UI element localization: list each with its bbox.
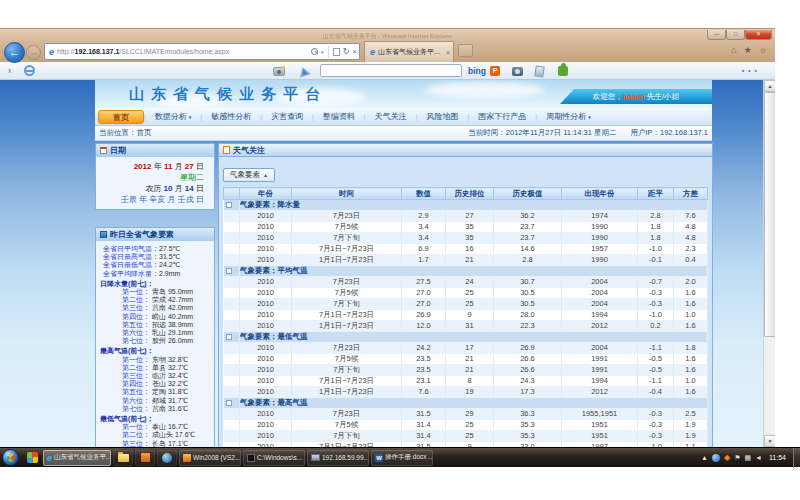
bing-logo[interactable]: bing bbox=[468, 66, 486, 76]
mediablue-icon bbox=[162, 453, 172, 463]
window-title: 山东省气候业务平台 - Windows Internet Explorer bbox=[0, 32, 775, 41]
taskbar-explorer[interactable] bbox=[113, 450, 133, 466]
nav-item-6[interactable]: 风险地图 bbox=[417, 111, 467, 122]
nav-item-7[interactable]: 国家下行产品 bbox=[469, 111, 535, 122]
home-icon[interactable]: ⌂ bbox=[731, 45, 736, 55]
calendar-icon bbox=[100, 147, 107, 154]
table-data-row[interactable]: 20101月1日~7月23日12.03122.320120.21.6 bbox=[224, 321, 708, 332]
search-dropdown-icon[interactable]: ▾ bbox=[321, 49, 324, 55]
table-data-row[interactable]: 20107月5候31.42535.31951-0.31.9 bbox=[224, 420, 708, 431]
weather-panel-title: 天气关注 bbox=[233, 145, 265, 156]
table-data-row[interactable]: 20107月5候23.52126.61991-0.51.6 bbox=[224, 354, 708, 365]
blocker-icon[interactable] bbox=[24, 65, 35, 76]
nav-item-8[interactable]: 周期性分析▾ bbox=[537, 111, 600, 122]
nav-item-home[interactable]: 首页 bbox=[98, 110, 144, 124]
table-data-row[interactable]: 20101月1日~7月23日7.61917.32012-0.41.6 bbox=[224, 387, 708, 398]
tray-volume-icon[interactable]: ◄ bbox=[755, 454, 762, 461]
table-data-row[interactable]: 20107月23日2.92736.219742.87.6 bbox=[224, 211, 708, 222]
taskbar-cmd-window[interactable]: C:\Windows\s... bbox=[243, 450, 305, 466]
rank-row: 第四位： 崂山 40.2mm bbox=[98, 313, 212, 321]
scroll-up-arrow[interactable]: ▲ bbox=[764, 80, 775, 92]
table-data-row[interactable]: 20101月1日~7月23日1.7212.81990-0.10.4 bbox=[224, 255, 708, 266]
table-header-cell: 年份 bbox=[240, 188, 292, 200]
nav-item-4[interactable]: 整编资料 bbox=[314, 111, 364, 122]
taskbar-vm-window[interactable]: Win2008 (VS2... bbox=[179, 450, 241, 466]
new-tab-button[interactable] bbox=[458, 44, 473, 57]
taskbar-ie-window[interactable]: e山东省气候业务平... bbox=[43, 450, 111, 466]
table-header-cell: 历史排位 bbox=[446, 188, 494, 200]
toolbar-search-input[interactable] bbox=[320, 64, 462, 77]
rank-row: 第二位： 单县 32.7℃ bbox=[98, 364, 212, 372]
show-desktop-button[interactable] bbox=[793, 448, 800, 468]
nav-item-5[interactable]: 天气关注 bbox=[366, 111, 416, 122]
table-data-row[interactable]: 20107月下旬23.52126.61991-0.51.6 bbox=[224, 365, 708, 376]
scrollbar-thumb[interactable] bbox=[764, 92, 775, 337]
tray-overflow-icon[interactable]: ▲ bbox=[701, 454, 708, 461]
table-data-row[interactable]: 20107月5候3.43523.719901.84.8 bbox=[224, 222, 708, 233]
maximize-button[interactable]: □ bbox=[726, 30, 745, 40]
settings-gear-icon[interactable]: ☼ bbox=[759, 45, 767, 55]
paper-plane-icon[interactable] bbox=[297, 65, 311, 77]
toolbar-close-icon[interactable]: x bbox=[8, 67, 12, 74]
favorites-star-icon[interactable]: ★ bbox=[744, 45, 752, 55]
tray-display-icon[interactable]: ▦ bbox=[744, 454, 751, 461]
ie-favicon: e bbox=[49, 47, 54, 57]
taskbar-clock: 11:54 bbox=[769, 454, 786, 461]
toolbar-icon-1[interactable] bbox=[512, 67, 523, 76]
taskbar-pin-icon[interactable] bbox=[27, 452, 38, 463]
camera-icon[interactable] bbox=[273, 67, 285, 76]
start-button[interactable] bbox=[2, 449, 19, 466]
refresh-icon[interactable]: ↻ bbox=[343, 48, 350, 56]
table-group-row[interactable]: 气象要素：最高气温 bbox=[224, 398, 708, 409]
province-stat-row: 全省日最高气温：31.5℃ bbox=[98, 253, 212, 261]
table-data-row[interactable]: 20107月下旬27.02530.52004-0.31.6 bbox=[224, 299, 708, 310]
minimize-button[interactable]: — bbox=[707, 30, 726, 40]
search-icon[interactable] bbox=[311, 48, 318, 55]
group-checkbox[interactable] bbox=[226, 202, 232, 208]
tray-network-icon[interactable] bbox=[712, 454, 720, 462]
taskbar-rdp-window[interactable]: 192.168.59.99... bbox=[307, 450, 369, 466]
nav-item-2[interactable]: 敏感性分析 bbox=[202, 111, 260, 122]
taskbar-word-doc[interactable]: W操作手册.docx .. bbox=[371, 450, 433, 466]
compatibility-icon[interactable] bbox=[333, 48, 340, 56]
table-data-row[interactable]: 20107月23日31.52936.31955,1951-0.32.5 bbox=[224, 409, 708, 420]
taskbar-app-orange[interactable] bbox=[135, 450, 155, 466]
table-group-row[interactable]: 气象要素：平均气温 bbox=[224, 266, 708, 277]
table-group-row[interactable]: 气象要素：降水量 bbox=[224, 200, 708, 211]
browser-tab[interactable]: e 山东省气候业务平... × bbox=[364, 41, 454, 62]
rank-section-title: 日降水量(前七)： bbox=[98, 280, 212, 288]
nav-item-1[interactable]: 数据分析▾ bbox=[146, 111, 201, 122]
table-data-row[interactable]: 20107月下旬3.43523.719901.84.8 bbox=[224, 233, 708, 244]
table-group-row[interactable]: 气象要素：最低气温 bbox=[224, 332, 708, 343]
user-ip: 用户IP：192.168.137.1 bbox=[630, 128, 708, 138]
toolbar-p-icon[interactable]: P bbox=[490, 66, 500, 76]
tab-close-icon[interactable]: × bbox=[446, 49, 450, 56]
vertical-scrollbar[interactable]: ▲ ▼ bbox=[763, 80, 775, 447]
table-data-row[interactable]: 20107月23日24.21726.92004-1.11.8 bbox=[224, 343, 708, 354]
table-data-row[interactable]: 20107月下旬31.42535.31951-0.31.9 bbox=[224, 431, 708, 442]
tray-flag-icon[interactable]: ⚑ bbox=[734, 454, 740, 461]
element-filter-button[interactable]: 气象要素▲ bbox=[223, 168, 275, 182]
site-header: 山东省气候业务平台 欢迎您，admin 先生/小姐 bbox=[95, 80, 712, 108]
close-button[interactable]: × bbox=[745, 30, 772, 40]
tray-flame-icon[interactable]: ◆ bbox=[724, 454, 730, 462]
nav-item-3[interactable]: 灾害查询 bbox=[262, 111, 312, 122]
group-checkbox[interactable] bbox=[226, 400, 232, 406]
table-data-row[interactable]: 20107月1日~7月23日6.91614.61957-1.02.3 bbox=[224, 244, 708, 255]
scroll-down-arrow[interactable]: ▼ bbox=[764, 435, 775, 447]
table-data-row[interactable]: 20107月1日~7月23日23.1824.31994-1.11.0 bbox=[224, 376, 708, 387]
stop-icon[interactable]: × bbox=[352, 48, 357, 56]
rank-row: 第三位： 临沂 32.4℃ bbox=[98, 372, 212, 380]
table-data-row[interactable]: 20107月1日~7月23日26.9928.01994-1.01.0 bbox=[224, 310, 708, 321]
table-data-row[interactable]: 20107月23日27.52430.72004-0.72.0 bbox=[224, 277, 708, 288]
toolbar-icon-2[interactable] bbox=[534, 65, 544, 77]
address-bar[interactable]: e http://192.168.137.1/SLCCLIMATE/module… bbox=[44, 43, 360, 60]
toolbar-more-icon[interactable]: ••• bbox=[742, 67, 761, 74]
group-checkbox[interactable] bbox=[226, 268, 232, 274]
forward-button[interactable]: → bbox=[26, 45, 41, 60]
table-data-row[interactable]: 20107月5候27.02530.52004-0.31.6 bbox=[224, 288, 708, 299]
toolbar-icon-3[interactable] bbox=[558, 66, 568, 76]
taskbar-media-player[interactable] bbox=[157, 450, 177, 466]
back-button[interactable]: ← bbox=[4, 42, 25, 63]
group-checkbox[interactable] bbox=[226, 334, 232, 340]
